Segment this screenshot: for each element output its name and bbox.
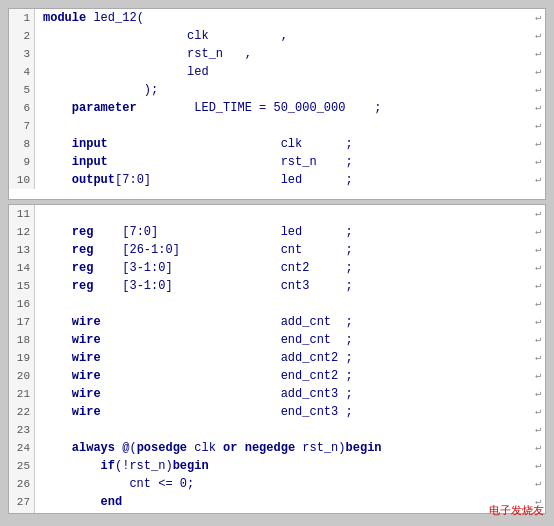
line-number: 23 <box>9 421 35 439</box>
end-arrow: ↵ <box>535 403 545 421</box>
line-content: always @(posedge clk or negedge rst_n)be… <box>35 439 535 457</box>
line-number: 14 <box>9 259 35 277</box>
table-row: 25 if(!rst_n)begin↵ <box>9 457 545 475</box>
line-number: 9 <box>9 153 35 171</box>
end-arrow: ↵ <box>535 223 545 241</box>
line-content: rst_n , <box>35 45 535 63</box>
line-number: 19 <box>9 349 35 367</box>
line-number: 16 <box>9 295 35 313</box>
table-row: 16 ↵ <box>9 295 545 313</box>
line-content: reg [3-1:0] cnt3 ; <box>35 277 535 295</box>
end-arrow: ↵ <box>535 171 545 189</box>
table-row: 10 output[7:0] led ;↵ <box>9 171 545 189</box>
table-row: 11 ↵ <box>9 205 545 223</box>
line-number: 17 <box>9 313 35 331</box>
line-content: ); <box>35 81 535 99</box>
end-arrow: ↵ <box>535 27 545 45</box>
line-content: wire add_cnt3 ; <box>35 385 535 403</box>
table-row: 12 reg [7:0] led ;↵ <box>9 223 545 241</box>
end-arrow: ↵ <box>535 385 545 403</box>
line-content: reg [26-1:0] cnt ; <box>35 241 535 259</box>
table-row: 15 reg [3-1:0] cnt3 ;↵ <box>9 277 545 295</box>
line-content <box>35 295 535 313</box>
line-content: if(!rst_n)begin <box>35 457 535 475</box>
end-arrow: ↵ <box>535 277 545 295</box>
table-row: 26 cnt <= 0;↵ <box>9 475 545 493</box>
line-content: wire add_cnt2 ; <box>35 349 535 367</box>
line-number: 11 <box>9 205 35 223</box>
line-content: else if(add_cnt)begin <box>35 511 535 514</box>
table-row: 17 wire add_cnt ;↵ <box>9 313 545 331</box>
line-content: output[7:0] led ; <box>35 171 535 189</box>
table-row: 4 led↵ <box>9 63 545 81</box>
line-number: 4 <box>9 63 35 81</box>
end-arrow: ↵ <box>535 99 545 117</box>
table-row: 23 ↵ <box>9 421 545 439</box>
table-row: 1module led_12(↵ <box>9 9 545 27</box>
line-number: 5 <box>9 81 35 99</box>
end-arrow: ↵ <box>535 81 545 99</box>
end-arrow: ↵ <box>535 331 545 349</box>
end-arrow: ↵ <box>535 9 545 27</box>
line-content: input rst_n ; <box>35 153 535 171</box>
end-arrow: ↵ <box>535 349 545 367</box>
end-arrow: ↵ <box>535 475 545 493</box>
line-number: 13 <box>9 241 35 259</box>
table-row: 21 wire add_cnt3 ;↵ <box>9 385 545 403</box>
table-row: 14 reg [3-1:0] cnt2 ;↵ <box>9 259 545 277</box>
line-content: wire end_cnt ; <box>35 331 535 349</box>
line-number: 22 <box>9 403 35 421</box>
line-content: module led_12( <box>35 9 535 27</box>
end-arrow: ↵ <box>535 153 545 171</box>
line-number: 15 <box>9 277 35 295</box>
panel2-content: 11 ↵12 reg [7:0] led ;↵13 reg [26-1:0] c… <box>9 205 545 514</box>
line-content: wire add_cnt ; <box>35 313 535 331</box>
line-content: cnt <= 0; <box>35 475 535 493</box>
panel1-content: 1module led_12(↵2 clk ,↵3 rst_n ,↵4 led↵… <box>9 9 545 189</box>
table-row: 18 wire end_cnt ;↵ <box>9 331 545 349</box>
code-panel-bottom: 11 ↵12 reg [7:0] led ;↵13 reg [26-1:0] c… <box>8 204 546 514</box>
table-row: 20 wire end_cnt2 ;↵ <box>9 367 545 385</box>
line-number: 8 <box>9 135 35 153</box>
line-content: reg [7:0] led ; <box>35 223 535 241</box>
table-row: 27 end↵ <box>9 493 545 511</box>
line-content <box>35 205 535 223</box>
table-row: 3 rst_n ,↵ <box>9 45 545 63</box>
end-arrow: ↵ <box>535 457 545 475</box>
line-number: 10 <box>9 171 35 189</box>
line-content: parameter LED_TIME = 50_000_000 ; <box>35 99 535 117</box>
table-row: 22 wire end_cnt3 ;↵ <box>9 403 545 421</box>
line-content: wire end_cnt3 ; <box>35 403 535 421</box>
line-number: 24 <box>9 439 35 457</box>
end-arrow: ↵ <box>535 439 545 457</box>
line-number: 6 <box>9 99 35 117</box>
table-row: 2 clk ,↵ <box>9 27 545 45</box>
line-number: 20 <box>9 367 35 385</box>
line-content: wire end_cnt2 ; <box>35 367 535 385</box>
end-arrow: ↵ <box>535 117 545 135</box>
end-arrow: ↵ <box>535 63 545 81</box>
watermark: 电子发烧友 <box>489 503 544 518</box>
table-row: 9 input rst_n ;↵ <box>9 153 545 171</box>
line-number: 28 <box>9 511 35 514</box>
table-row: 24 always @(posedge clk or negedge rst_n… <box>9 439 545 457</box>
end-arrow: ↵ <box>535 295 545 313</box>
line-number: 7 <box>9 117 35 135</box>
table-row: 7 ↵ <box>9 117 545 135</box>
line-content: end <box>35 493 535 511</box>
end-arrow: ↵ <box>535 205 545 223</box>
end-arrow: ↵ <box>535 135 545 153</box>
code-panel-top: 1module led_12(↵2 clk ,↵3 rst_n ,↵4 led↵… <box>8 8 546 200</box>
line-number: 21 <box>9 385 35 403</box>
line-number: 2 <box>9 27 35 45</box>
line-number: 12 <box>9 223 35 241</box>
table-row: 5 );↵ <box>9 81 545 99</box>
line-content: reg [3-1:0] cnt2 ; <box>35 259 535 277</box>
line-number: 26 <box>9 475 35 493</box>
line-content <box>35 117 535 135</box>
end-arrow: ↵ <box>535 259 545 277</box>
table-row: 28 else if(add_cnt)begin↵ <box>9 511 545 514</box>
line-number: 18 <box>9 331 35 349</box>
line-content: clk , <box>35 27 535 45</box>
line-number: 25 <box>9 457 35 475</box>
